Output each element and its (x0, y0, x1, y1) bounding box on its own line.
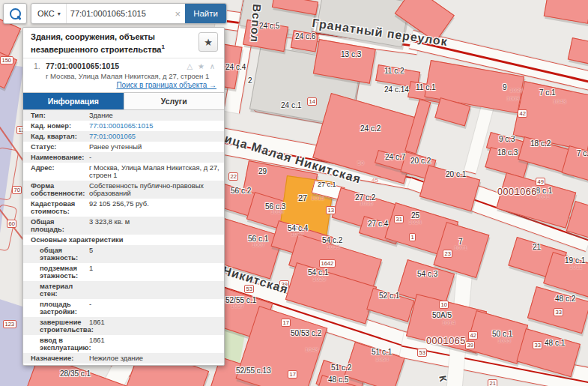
favorite-button[interactable]: ★ (198, 32, 218, 52)
search-submit-button[interactable]: Найти (185, 3, 226, 24)
address-marker[interactable]: 39 (465, 341, 475, 349)
info-value-link[interactable]: 77:01:0001065:1015 (88, 121, 224, 130)
info-label: Кадастровый инженер: (23, 364, 88, 366)
search-category-label: ОКС (37, 9, 55, 18)
building-label: 11 с.1 (416, 84, 436, 91)
parcel-number: 1039 (509, 88, 523, 94)
address-marker[interactable]: 33 (554, 308, 563, 316)
info-row: Статус:Ранее учтенный (23, 142, 224, 152)
results-title-text: Здания, сооружения, объекты незавершенно… (31, 32, 161, 54)
favorite-item-icon[interactable]: ★ (198, 62, 206, 70)
address-marker[interactable]: 42 (468, 331, 478, 340)
address-marker[interactable]: 53 (417, 349, 427, 357)
info-value: 5 (88, 246, 224, 262)
address-marker[interactable]: 70 (12, 186, 22, 194)
info-row: Кадастровый инженер:ГУП МосгорБТИ (23, 364, 224, 366)
clear-icon[interactable]: × (171, 8, 186, 19)
search-in-bounds-link[interactable]: Поиск в границах объекта → (34, 81, 216, 89)
quarter-number: 0001066 (497, 187, 537, 197)
building-label: 54 с.1 (308, 269, 328, 277)
address-marker[interactable]: 33 (533, 341, 542, 349)
address-marker[interactable]: 42 (518, 109, 527, 118)
building-label: 48 с.1 (545, 340, 565, 347)
building-label: 24 с.1 (281, 102, 301, 109)
address-marker[interactable]: 123 (3, 320, 16, 328)
app-window: 1039100910431015101610241010100710171019… (0, 0, 588, 386)
quarter-number: 0001065 (426, 336, 466, 346)
building-label: 28/35 с.1 (60, 370, 91, 378)
chevron-down-icon: ▾ (58, 10, 61, 17)
info-value: Ранее учтенный (88, 142, 224, 151)
address-marker[interactable]: 60 (7, 220, 16, 228)
info-row: Форма собственности:Собственность публич… (23, 181, 224, 199)
parcel-number: 1019 (327, 244, 340, 250)
address-marker[interactable]: 13 (326, 206, 336, 214)
building[interactable] (544, 0, 588, 24)
tab-information[interactable]: Информация (23, 93, 124, 109)
info-row: Тип:Здание (23, 110, 224, 121)
results-title: Здания, сооружения, объекты незавершенно… (31, 32, 194, 55)
result-cadnum: 77:01:0001065:1015 (46, 61, 119, 70)
address-marker[interactable]: 21 (488, 379, 497, 386)
address-marker[interactable]: 14 (307, 97, 317, 106)
info-label: Назначение: (23, 354, 88, 363)
result-address: г Москва, Улица Малая Никитская, д 27, с… (46, 72, 216, 80)
info-value: 92 105 256,75 руб. (88, 199, 224, 216)
address-marker[interactable]: 10 (439, 301, 449, 309)
info-row: завершение строительства:1861 (23, 317, 224, 335)
parcel-number: 1020 (312, 277, 326, 283)
info-value: 1 (88, 264, 224, 280)
address-marker[interactable]: 1642 (319, 259, 336, 268)
address-marker[interactable]: 49 (536, 178, 545, 186)
parcel-number: 1024 (408, 220, 422, 226)
building-label: 24 с.4 (225, 64, 246, 71)
address-marker[interactable]: 150 (0, 56, 13, 64)
search-category-select[interactable]: ОКС ▾ (31, 4, 67, 23)
building[interactable] (568, 37, 588, 66)
info-label: материал стен: (23, 282, 88, 298)
parcel-number: 1037 (231, 304, 244, 310)
address-marker[interactable]: 23 (443, 250, 452, 258)
street-label: Вспол (248, 4, 264, 43)
parcel-number: 1017 (291, 232, 304, 238)
building-label: 27 с.2 (355, 194, 375, 202)
search-tool-button[interactable] (3, 3, 27, 24)
star-icon: ★ (204, 37, 213, 48)
tab-services[interactable]: Услуги (124, 93, 225, 109)
info-label: Кад. номер: (23, 121, 88, 130)
address-marker[interactable]: 22 (228, 172, 238, 181)
collapse-icon[interactable]: ∧ (210, 62, 216, 70)
info-value-link[interactable]: 77:01:0001065 (88, 132, 224, 141)
building-label: 56 с.3 (265, 203, 285, 211)
info-label: ввод в эксплуатацию: (23, 336, 88, 352)
address-marker[interactable]: 31 (394, 215, 404, 223)
building-label: 27 с.1 (318, 181, 336, 188)
area-icon[interactable]: △ (187, 62, 194, 70)
address-marker[interactable]: 1 (409, 233, 416, 241)
info-row: подземная этажность:1 (23, 263, 224, 281)
building-label: 20 с.2 (410, 157, 431, 165)
address-marker[interactable]: 17 (288, 370, 297, 379)
info-label: Кадастровая стоимость: (23, 199, 88, 216)
building-label: 18 с.3 (497, 149, 518, 157)
address-marker[interactable]: 17 (281, 319, 291, 327)
building-label: 21 (533, 244, 541, 251)
building-label: 52/55 с.13 (236, 367, 271, 375)
building-label: 54 с.3 (417, 271, 437, 278)
building-label: 50А/5 (432, 312, 452, 319)
info-label: Наименование: (23, 153, 88, 162)
parcel-number: 1043 (553, 99, 566, 105)
building-label: 24 с.6 (295, 33, 315, 40)
building-label: 24 с.2 (360, 125, 381, 133)
parcel-number: 1071 (454, 245, 467, 251)
info-label: общая этажность: (23, 246, 88, 262)
info-value: Собственность публично-правовых образова… (88, 181, 224, 198)
parcel-number: 1064 (375, 357, 389, 363)
building-label: 52/55 с.1 (225, 297, 256, 304)
info-row: Основные характеристики (23, 235, 224, 245)
building-label: 51 с.2 (331, 364, 351, 372)
info-table: Тип:ЗданиеКад. номер:77:01:0001065:1015К… (23, 110, 224, 366)
building-label: 27 с.4 (368, 220, 388, 228)
info-label: Адрес: (23, 163, 88, 180)
search-input[interactable] (67, 9, 171, 18)
